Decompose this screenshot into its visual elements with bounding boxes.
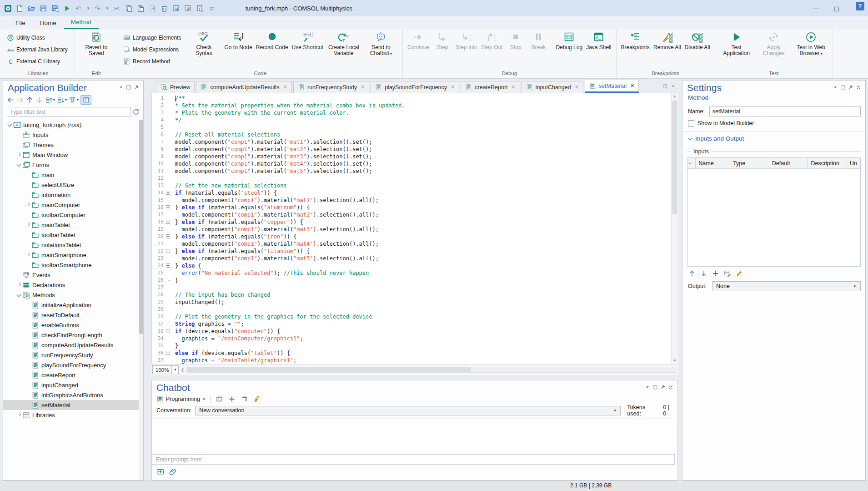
- method-name-input[interactable]: [709, 106, 861, 116]
- copy-button[interactable]: [124, 3, 134, 13]
- tree-item-notationsTablet[interactable]: notationsTablet: [3, 240, 139, 250]
- test-application-button[interactable]: Test Application: [718, 29, 755, 56]
- editor-tab-Preview[interactable]: Preview: [156, 81, 195, 93]
- run-button[interactable]: [62, 3, 72, 13]
- fold-collapse-icon[interactable]: [166, 220, 170, 224]
- model-builder-toggle[interactable]: [80, 95, 91, 105]
- tree-item-information[interactable]: information: [3, 190, 139, 200]
- utility-class-button[interactable]: Utility Class: [5, 32, 70, 44]
- move-up-node-button[interactable]: [26, 96, 34, 104]
- tree-closed-chevron-icon[interactable]: [16, 412, 22, 418]
- redo-dropdown-chevron[interactable]: ▾: [105, 3, 110, 13]
- save-button[interactable]: [38, 3, 48, 13]
- tree-open-chevron-icon[interactable]: [16, 162, 22, 168]
- editor-tab-playSoundForFrequency[interactable]: playSoundForFrequency✕: [371, 81, 459, 93]
- scroll-up-arrow-icon[interactable]: ▲: [672, 93, 678, 100]
- editor-vscroll-thumb[interactable]: [672, 101, 677, 214]
- scroll-down-arrow-icon[interactable]: ▼: [672, 358, 678, 364]
- delete-button[interactable]: [159, 3, 169, 13]
- filter-input[interactable]: [7, 107, 130, 117]
- cut-button[interactable]: ✂: [112, 3, 122, 13]
- panel-pin-icon[interactable]: [133, 84, 140, 91]
- check-syntax-button[interactable]: [ABC]Check Syntax: [185, 29, 222, 56]
- tree-closed-chevron-icon[interactable]: [25, 252, 31, 258]
- tree-item-Main Window[interactable]: Main Window: [3, 150, 139, 160]
- tree-item-initGraphicsAndButtons[interactable]: initGraphicsAndButtons: [3, 390, 139, 400]
- edit-table-button[interactable]: [723, 269, 732, 278]
- clean-button[interactable]: [253, 395, 262, 404]
- open-button[interactable]: [26, 3, 36, 13]
- panel-menu-icon[interactable]: [644, 384, 651, 390]
- tree-closed-chevron-icon[interactable]: [16, 282, 22, 288]
- minimize-button[interactable]: —: [805, 0, 826, 16]
- tab-close-icon[interactable]: ✕: [360, 84, 365, 90]
- attach-button[interactable]: [168, 467, 177, 476]
- fold-collapse-icon[interactable]: [166, 263, 170, 268]
- breakpoints-button[interactable]: Breakpoints: [619, 29, 652, 51]
- tree-closed-chevron-icon[interactable]: [25, 202, 31, 208]
- zoom-level-dropdown[interactable]: 100% ▼: [152, 365, 179, 374]
- panel-menu-icon[interactable]: [670, 83, 676, 89]
- fold-collapse-icon[interactable]: [166, 249, 170, 253]
- revert-to-saved-button[interactable]: Revert to Saved: [78, 29, 115, 56]
- add-button[interactable]: [227, 395, 236, 404]
- tree-item-Forms[interactable]: Forms: [3, 160, 139, 170]
- panel-float-icon[interactable]: [125, 84, 132, 91]
- undo-button[interactable]: ↶: [74, 3, 84, 13]
- chatbot-mode-dropdown[interactable]: Programming ▼: [156, 395, 206, 403]
- fold-collapse-icon[interactable]: [166, 191, 170, 195]
- tree-open-chevron-icon[interactable]: [7, 121, 13, 128]
- tree-item-mainSmartphone[interactable]: mainSmartphone: [3, 250, 139, 260]
- tree-item-tuning_fork.mph[interactable]: Atuning_fork.mph(root): [3, 120, 139, 130]
- panel-float-icon[interactable]: [662, 83, 668, 89]
- tree-item-toolbarComputer[interactable]: toolbarComputer: [3, 210, 139, 220]
- tree-item-Inputs[interactable]: Inputs: [3, 130, 139, 140]
- more-commands-button[interactable]: [206, 3, 216, 13]
- tree-item-createReport[interactable]: createReport: [3, 370, 139, 380]
- editor-vertical-scrollbar[interactable]: ▲ ▼: [671, 93, 678, 364]
- debug-log-button[interactable]: Debug Log: [554, 29, 584, 51]
- fwd-doc-button[interactable]: [147, 3, 157, 13]
- editor-tab-runFrequencyStudy[interactable]: runFrequencyStudy✕: [293, 81, 369, 93]
- app-logo-button[interactable]: [3, 3, 13, 13]
- tree-scrollbar[interactable]: [139, 120, 143, 480]
- fold-collapse-icon[interactable]: [166, 234, 170, 238]
- panel-float-icon[interactable]: [652, 384, 658, 390]
- output-select[interactable]: None ▼: [712, 281, 861, 291]
- new-file-button[interactable]: [15, 3, 25, 13]
- code-editor[interactable]: 1/**2* Sets the material properties when…: [151, 93, 671, 364]
- inputs-table[interactable]: »NameTypeDefaultDescriptionUn: [687, 157, 861, 267]
- undo-dropdown-chevron[interactable]: ▾: [85, 3, 91, 13]
- tab-close-icon[interactable]: ✕: [511, 84, 516, 90]
- editor-tab-setMaterial[interactable]: setMaterial✕: [585, 80, 639, 93]
- tb-up-button[interactable]: [688, 269, 696, 278]
- panel-close-icon[interactable]: [667, 384, 674, 390]
- panel-float-icon[interactable]: [840, 84, 846, 91]
- tab-close-icon[interactable]: ✕: [282, 84, 287, 90]
- tree-item-runFrequencyStudy[interactable]: runFrequencyStudy: [3, 350, 139, 360]
- tree-item-Libraries[interactable]: Libraries: [3, 410, 139, 420]
- tree-scrollbar-thumb[interactable]: [139, 120, 143, 334]
- create-local-variable-button[interactable]: a=TCreate Local Variable: [325, 29, 362, 56]
- disable-all-button[interactable]: Disable All: [683, 29, 712, 51]
- tree-item-mainComputer[interactable]: mainComputer: [3, 200, 139, 210]
- editor-tab-inputChanged[interactable]: inputChanged✕: [522, 81, 583, 93]
- collapse-all-button[interactable]: ▾: [57, 96, 67, 104]
- ribbon-tab-home[interactable]: Home: [33, 16, 64, 29]
- tab-close-icon[interactable]: ✕: [450, 84, 455, 90]
- tree-item-resetToDefault[interactable]: resetToDefault: [3, 310, 139, 320]
- record-method-button[interactable]: Record Method: [121, 56, 184, 67]
- editor-tab-computeAndUpdateResults[interactable]: computeAndUpdateResults✕: [196, 81, 291, 93]
- conversation-select[interactable]: New conversation ▼: [195, 406, 621, 415]
- language-elements-button[interactable]: ABCLanguage Elements: [121, 32, 184, 44]
- tree-item-selectUISize[interactable]: selectUISize: [3, 180, 139, 190]
- edit-button[interactable]: [735, 269, 743, 278]
- record-code-button[interactable]: Record Code: [254, 29, 290, 51]
- nav-back-button[interactable]: [7, 96, 15, 104]
- tb-down-button[interactable]: [700, 269, 708, 278]
- tree-item-computeAndUpdateResults[interactable]: computeAndUpdateResults: [3, 340, 139, 350]
- delete-button[interactable]: [240, 395, 249, 404]
- tab-close-icon[interactable]: ✕: [629, 83, 634, 89]
- tree-item-checkFindProngLength[interactable]: checkFindProngLength: [3, 330, 139, 340]
- nav-forward-button[interactable]: [16, 96, 24, 104]
